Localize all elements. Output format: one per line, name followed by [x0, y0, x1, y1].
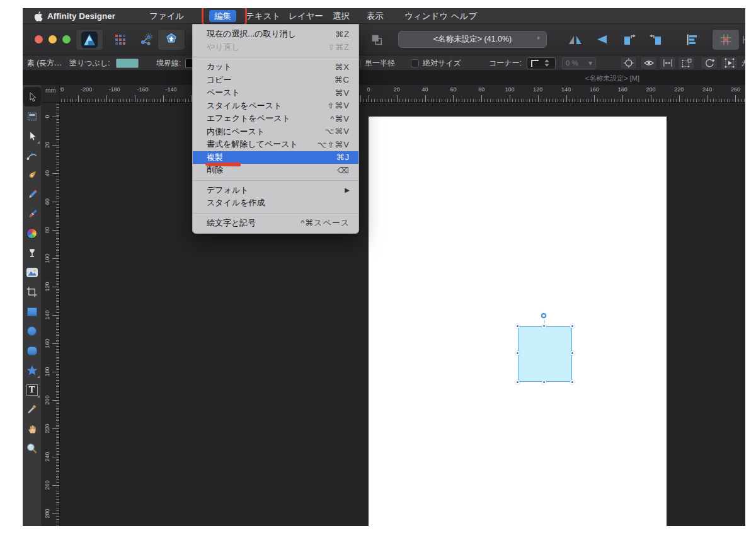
vector-crop-tool[interactable] — [23, 282, 41, 302]
place-image-tool[interactable] — [23, 263, 41, 282]
corner-type-dropdown[interactable] — [527, 57, 556, 69]
separator-handle-button[interactable] — [742, 29, 745, 50]
selection-handle-sw[interactable] — [515, 380, 520, 384]
fill-tool[interactable] — [23, 224, 41, 243]
rectangle-tool[interactable] — [23, 302, 41, 321]
selection-handle-n[interactable] — [542, 324, 546, 328]
document-page[interactable] — [369, 117, 667, 526]
selected-rectangle[interactable] — [518, 326, 572, 382]
menubar-item-help[interactable]: ヘルプ — [451, 8, 477, 24]
text-tool[interactable]: T — [23, 380, 41, 399]
rotation-handle[interactable] — [541, 313, 546, 318]
show-snapping-button[interactable] — [640, 56, 657, 70]
vector-persona-button[interactable] — [158, 29, 185, 50]
macos-menubar: Affinity Designer ファイル 編集 テキスト レイヤー 選択 表… — [23, 8, 745, 24]
vector-brush-tool[interactable] — [23, 204, 41, 224]
node-tool[interactable] — [23, 126, 41, 146]
menubar-item-text[interactable]: テキスト — [246, 8, 280, 24]
selection-handle-s[interactable] — [542, 380, 546, 384]
menu-item-create-style[interactable]: スタイルを作成 — [193, 197, 358, 210]
wine-glass-icon — [26, 247, 38, 260]
menu-separator — [193, 57, 358, 57]
transform-objects-button[interactable] — [678, 56, 695, 70]
menu-item-cut[interactable]: カット⌘X — [193, 60, 358, 74]
corner-radius-dropdown[interactable]: 0 % ▾ — [562, 57, 596, 69]
snapping-button[interactable] — [712, 29, 740, 50]
convert-to-curves-label: カーブに — [741, 55, 745, 71]
transparency-tool[interactable] — [23, 243, 41, 263]
absolute-size-label: 絶対サイズ — [423, 58, 461, 69]
flip-horizontal-button[interactable] — [563, 29, 587, 50]
view-tool[interactable] — [23, 419, 41, 438]
ellipse-tool[interactable] — [23, 321, 41, 341]
menu-item-undo[interactable]: 現在の選択...の取り消し⌘Z — [193, 28, 358, 41]
document-title-pill[interactable]: <名称未設定> (41.0%) * — [398, 31, 547, 48]
color-picker-tool[interactable] — [23, 399, 41, 419]
selection-handle-e[interactable] — [570, 351, 575, 355]
symbols-button[interactable] — [135, 29, 156, 50]
convert-to-curves-button[interactable] — [721, 56, 738, 70]
vector-persona-icon — [164, 32, 179, 47]
shape-type-label: 素 (長方… — [27, 55, 62, 71]
target-icon — [623, 57, 634, 69]
snapping-candidates-button[interactable] — [620, 56, 637, 70]
menu-item-paste-without-format[interactable]: 書式を解除してペースト⌥⇧⌘V — [193, 138, 358, 151]
corner-tool[interactable] — [23, 146, 41, 165]
rotate-cw-button[interactable] — [644, 29, 668, 50]
alignment-button[interactable] — [679, 29, 704, 50]
submenu-corner-icon — [37, 375, 40, 378]
pen-tool[interactable] — [23, 165, 41, 185]
window-close-button[interactable] — [35, 35, 43, 43]
window-zoom-button[interactable] — [62, 35, 71, 43]
submenu-corner-icon — [37, 395, 40, 398]
document-modified-star: * — [537, 35, 540, 44]
menubar-item-edit[interactable]: 編集 — [209, 10, 236, 22]
flip-vertical-button[interactable] — [590, 29, 614, 50]
selection-handle-ne[interactable] — [570, 324, 575, 328]
selection-handle-se[interactable] — [570, 380, 575, 384]
ruler-label: 140 — [44, 308, 50, 322]
rotate-ccw-button[interactable] — [617, 29, 641, 50]
menubar-item-window[interactable]: ウィンドウ — [404, 8, 448, 24]
menu-item-emoji-symbols[interactable]: 絵文字と記号^⌘スペース — [193, 217, 358, 230]
menu-item-paste-inside[interactable]: 内側にペースト⌥⌘V — [193, 125, 358, 139]
star-icon — [26, 364, 38, 377]
app-logo-button[interactable] — [76, 29, 103, 50]
snap-grid-icon — [719, 33, 733, 47]
menu-item-copy[interactable]: コピー⌘C — [193, 74, 358, 87]
pencil-tool[interactable] — [23, 185, 41, 204]
menu-item-defaults[interactable]: デフォルト▶ — [193, 184, 358, 197]
snap-midpoints-button[interactable] — [659, 56, 676, 70]
window-minimize-button[interactable] — [49, 35, 57, 43]
menu-item-redo[interactable]: やり直し⇧⌘Z — [193, 41, 358, 54]
menubar-item-layer[interactable]: レイヤー — [289, 8, 323, 24]
menubar-item-select[interactable]: 選択 — [333, 8, 350, 24]
ruler-label: 220 — [44, 421, 50, 435]
menu-item-paste-fx[interactable]: エフェクトをペースト^⌘V — [193, 112, 358, 125]
ruler-label: 200 — [44, 393, 50, 407]
assets-grid-button[interactable] — [110, 29, 131, 50]
menu-item-paste[interactable]: ペースト⌘V — [193, 86, 358, 100]
selection-handle-w[interactable] — [515, 351, 520, 355]
apple-menu-icon[interactable] — [34, 11, 43, 24]
ruler-unit-corner[interactable]: mm — [42, 85, 60, 103]
edit-menu-dropdown: 現在の選択...の取り消し⌘Z やり直し⇧⌘Z カット⌘X コピー⌘C ペースト… — [192, 24, 359, 234]
menu-item-paste-style[interactable]: スタイルをペースト⇧⌘V — [193, 100, 358, 113]
brush-icon — [26, 208, 38, 221]
menubar-item-view[interactable]: 表示 — [367, 8, 384, 24]
zoom-tool[interactable] — [23, 438, 41, 458]
menubar-item-file[interactable]: ファイル — [149, 8, 184, 24]
menu-item-duplicate[interactable]: 複製⌘J — [193, 151, 358, 164]
insert-behind-button[interactable] — [363, 29, 391, 50]
rounded-rectangle-tool[interactable] — [23, 341, 41, 360]
menubar-app-name[interactable]: Affinity Designer — [47, 8, 115, 24]
screenshot-frame: Affinity Designer ファイル 編集 テキスト レイヤー 選択 表… — [0, 0, 756, 533]
selection-handle-nw[interactable] — [515, 324, 520, 328]
artboard-tool[interactable] — [23, 106, 41, 126]
menu-item-delete[interactable]: 削除⌫ — [193, 164, 358, 177]
move-tool[interactable] — [23, 87, 41, 106]
fill-swatch[interactable] — [116, 59, 139, 68]
cycle-selection-button[interactable] — [701, 56, 718, 70]
absolute-size-checkbox[interactable] — [411, 59, 419, 67]
star-tool[interactable] — [23, 360, 41, 380]
